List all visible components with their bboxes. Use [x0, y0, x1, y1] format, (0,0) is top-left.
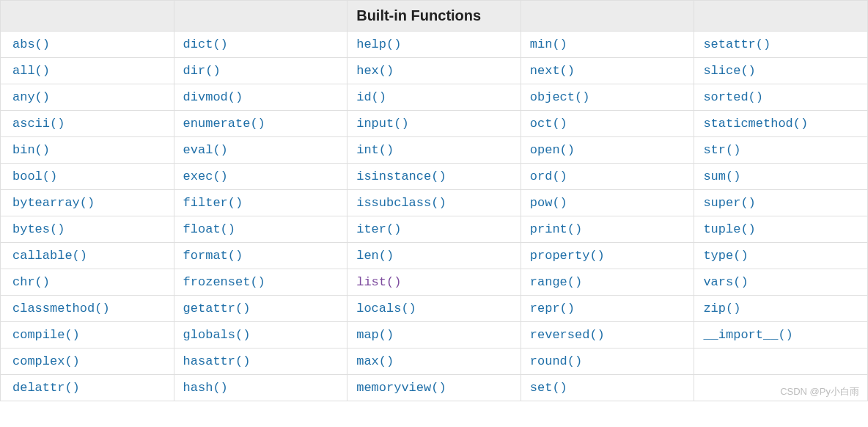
- function-link[interactable]: hash(): [183, 381, 228, 395]
- table-cell: format(): [174, 243, 347, 269]
- table-cell: isinstance(): [347, 164, 521, 190]
- table-cell: eval(): [174, 137, 347, 164]
- table-cell: bool(): [1, 164, 174, 190]
- function-link[interactable]: any(): [12, 90, 50, 104]
- table-cell: classmethod(): [1, 296, 174, 322]
- table-cell: bytes(): [1, 216, 174, 243]
- function-link[interactable]: next(): [530, 64, 575, 78]
- function-link[interactable]: isinstance(): [356, 169, 446, 183]
- header-col-1: [1, 1, 174, 32]
- function-link[interactable]: ascii(): [12, 117, 65, 131]
- table-cell: setattr(): [694, 32, 868, 58]
- function-link[interactable]: filter(): [183, 196, 243, 210]
- function-link[interactable]: dict(): [183, 37, 228, 51]
- function-link[interactable]: dir(): [183, 64, 221, 78]
- table-row: chr()frozenset()list()range()vars(): [1, 269, 868, 296]
- function-link[interactable]: int(): [356, 143, 394, 157]
- function-link[interactable]: callable(): [12, 249, 87, 263]
- table-cell: hex(): [347, 58, 521, 84]
- function-link[interactable]: memoryview(): [356, 381, 446, 395]
- table-cell: all(): [1, 58, 174, 84]
- function-link[interactable]: max(): [356, 354, 394, 368]
- function-link[interactable]: tuple(): [703, 222, 755, 236]
- function-link[interactable]: setattr(): [703, 37, 770, 51]
- table-cell: ascii(): [1, 111, 174, 137]
- function-link[interactable]: list(): [356, 275, 401, 289]
- function-link[interactable]: property(): [530, 249, 605, 263]
- function-link[interactable]: hasattr(): [183, 354, 251, 368]
- function-link[interactable]: exec(): [183, 169, 228, 183]
- function-link[interactable]: abs(): [12, 37, 50, 51]
- function-link[interactable]: issubclass(): [356, 196, 446, 210]
- table-cell: staticmethod(): [694, 111, 868, 137]
- function-link[interactable]: oct(): [530, 117, 567, 131]
- function-link[interactable]: float(): [183, 222, 235, 236]
- function-link[interactable]: delattr(): [12, 381, 80, 395]
- table-cell: set(): [521, 375, 694, 401]
- function-link[interactable]: ord(): [530, 169, 567, 183]
- table-cell: open(): [521, 137, 694, 164]
- table-row: delattr()hash()memoryview()set(): [1, 375, 868, 401]
- function-link[interactable]: type(): [703, 249, 748, 263]
- table-cell: complex(): [1, 348, 174, 375]
- table-cell: bin(): [1, 137, 174, 164]
- function-link[interactable]: bytearray(): [12, 196, 95, 210]
- function-link[interactable]: globals(): [183, 328, 251, 342]
- function-link[interactable]: enumerate(): [183, 117, 265, 131]
- function-link[interactable]: vars(): [703, 275, 748, 289]
- function-link[interactable]: iter(): [356, 222, 401, 236]
- table-cell: any(): [1, 84, 174, 111]
- function-link[interactable]: bool(): [12, 169, 57, 183]
- function-link[interactable]: pow(): [530, 196, 567, 210]
- function-link[interactable]: reversed(): [530, 328, 605, 342]
- table-cell: chr(): [1, 269, 174, 296]
- table-cell: callable(): [1, 243, 174, 269]
- function-link[interactable]: print(): [530, 222, 582, 236]
- function-link[interactable]: all(): [12, 64, 50, 78]
- function-link[interactable]: divmod(): [183, 90, 243, 104]
- function-link[interactable]: min(): [530, 37, 567, 51]
- function-link[interactable]: object(): [530, 90, 590, 104]
- table-cell: zip(): [694, 296, 868, 322]
- function-link[interactable]: eval(): [183, 143, 228, 157]
- function-link[interactable]: chr(): [12, 275, 50, 289]
- table-cell: ord(): [521, 164, 694, 190]
- function-link[interactable]: __import__(): [703, 328, 792, 342]
- function-link[interactable]: bytes(): [12, 222, 65, 236]
- table-cell: sum(): [694, 164, 868, 190]
- table-row: callable()format()len()property()type(): [1, 243, 868, 269]
- function-link[interactable]: id(): [356, 90, 386, 104]
- function-link[interactable]: getattr(): [183, 302, 251, 315]
- function-link[interactable]: map(): [356, 328, 394, 342]
- function-link[interactable]: slice(): [703, 64, 755, 78]
- function-link[interactable]: compile(): [12, 328, 80, 342]
- function-link[interactable]: help(): [356, 37, 401, 51]
- function-link[interactable]: staticmethod(): [703, 117, 808, 131]
- function-link[interactable]: len(): [356, 249, 394, 263]
- function-link[interactable]: open(): [530, 143, 575, 157]
- header-col-4: [521, 1, 694, 32]
- function-link[interactable]: complex(): [12, 354, 80, 368]
- table-cell: type(): [694, 243, 868, 269]
- function-link[interactable]: frozenset(): [183, 275, 265, 289]
- function-link[interactable]: repr(): [530, 302, 575, 315]
- function-link[interactable]: range(): [530, 275, 582, 289]
- function-link[interactable]: hex(): [356, 64, 394, 78]
- function-link[interactable]: bin(): [12, 143, 50, 157]
- function-link[interactable]: super(): [703, 196, 755, 210]
- function-link[interactable]: sorted(): [703, 90, 763, 104]
- function-link[interactable]: round(): [530, 354, 582, 368]
- table-cell: oct(): [521, 111, 694, 137]
- function-link[interactable]: set(): [530, 381, 567, 395]
- function-link[interactable]: locals(): [356, 302, 416, 315]
- function-link[interactable]: format(): [183, 249, 243, 263]
- function-link[interactable]: zip(): [703, 302, 740, 315]
- function-link[interactable]: sum(): [703, 169, 740, 183]
- function-link[interactable]: str(): [703, 143, 740, 157]
- function-link[interactable]: input(): [356, 117, 408, 131]
- table-cell: max(): [347, 348, 521, 375]
- table-cell: [694, 375, 868, 401]
- table-cell: __import__(): [694, 322, 868, 348]
- table-cell: input(): [347, 111, 521, 137]
- function-link[interactable]: classmethod(): [12, 302, 110, 315]
